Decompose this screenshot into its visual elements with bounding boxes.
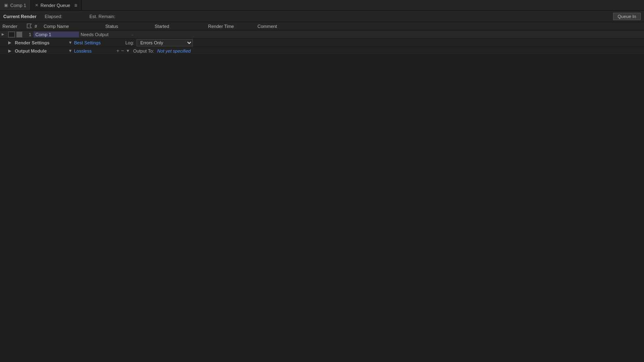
est-remain-section: Est. Remain:: [90, 14, 118, 19]
render-checkbox[interactable]: [8, 32, 15, 37]
comp1-tab-label: Comp 1: [10, 3, 26, 8]
render-num: 1: [24, 32, 31, 37]
render-started: -: [132, 32, 181, 37]
output-module-chevron-icon: ▼: [68, 48, 72, 53]
col-started-header: Started: [155, 24, 208, 29]
est-remain-label: Est. Remain:: [90, 14, 116, 19]
output-to-label: Output To:: [133, 48, 154, 53]
flag-icon: [26, 23, 32, 29]
output-to-chevron-icon: ▼: [126, 48, 130, 53]
col-render-header: Render: [2, 24, 26, 29]
elapsed-section: Elapsed:: [45, 14, 65, 19]
render-settings-arrow[interactable]: ▶: [8, 40, 15, 45]
add-output-button[interactable]: +: [116, 48, 120, 54]
output-module-arrow[interactable]: ▶: [8, 48, 15, 53]
remove-output-button[interactable]: −: [121, 48, 124, 54]
render-status: Needs Output: [81, 32, 130, 37]
col-render-time-header: Render Time: [208, 24, 257, 29]
current-render-label: Current Render: [3, 14, 37, 19]
detail-rows: ▶ Render Settings ▼ Best Settings Log: E…: [0, 39, 644, 55]
col-comment-header: Comment: [257, 24, 340, 29]
svg-marker-0: [27, 24, 31, 28]
output-module-value[interactable]: Lossless: [74, 48, 92, 53]
col-num-header: #: [35, 24, 44, 29]
col-status-header: Status: [105, 24, 155, 29]
comp1-tab-icon: ▣: [4, 3, 8, 7]
render-queue-menu-icon[interactable]: ≡: [74, 2, 77, 8]
output-to-value[interactable]: Not yet specified: [157, 48, 190, 53]
expand-arrow[interactable]: ▶: [2, 32, 8, 36]
render-settings-label: Render Settings: [15, 40, 68, 45]
render-item-row: ▶ 1 Comp 1 Needs Output -: [0, 30, 644, 39]
log-dropdown[interactable]: Errors Only Plus Settings Per Frame Info…: [137, 39, 193, 46]
elapsed-label: Elapsed:: [45, 14, 63, 19]
tab-render-queue[interactable]: ✕ Render Queue ≡: [31, 0, 82, 10]
col-flag-header: [26, 23, 35, 30]
output-module-label: Output Module: [15, 48, 68, 53]
render-settings-chevron-icon: ▼: [68, 40, 72, 45]
top-bar: Current Render Elapsed: Est. Remain: Que…: [0, 11, 644, 22]
render-queue-close-icon[interactable]: ✕: [35, 3, 38, 7]
output-to-section: + − ▼ Output To: Not yet specified: [116, 48, 191, 54]
render-comp-name[interactable]: Comp 1: [34, 32, 79, 37]
tab-comp1[interactable]: ▣ Comp 1: [0, 0, 31, 10]
render-settings-value[interactable]: Best Settings: [74, 40, 101, 45]
render-queue-tab-label: Render Queue: [41, 3, 70, 8]
render-color-box: [16, 32, 22, 37]
column-headers: Render # Comp Name Status Started Render…: [0, 22, 644, 30]
output-module-row: ▶ Output Module ▼ Lossless + − ▼ Output …: [0, 47, 644, 55]
queue-in-button[interactable]: Queue In: [613, 13, 641, 20]
render-settings-row: ▶ Render Settings ▼ Best Settings Log: E…: [0, 39, 644, 47]
tab-bar: ▣ Comp 1 ✕ Render Queue ≡: [0, 0, 644, 11]
col-comp-name-header: Comp Name: [44, 24, 105, 29]
log-label: Log:: [125, 40, 134, 45]
